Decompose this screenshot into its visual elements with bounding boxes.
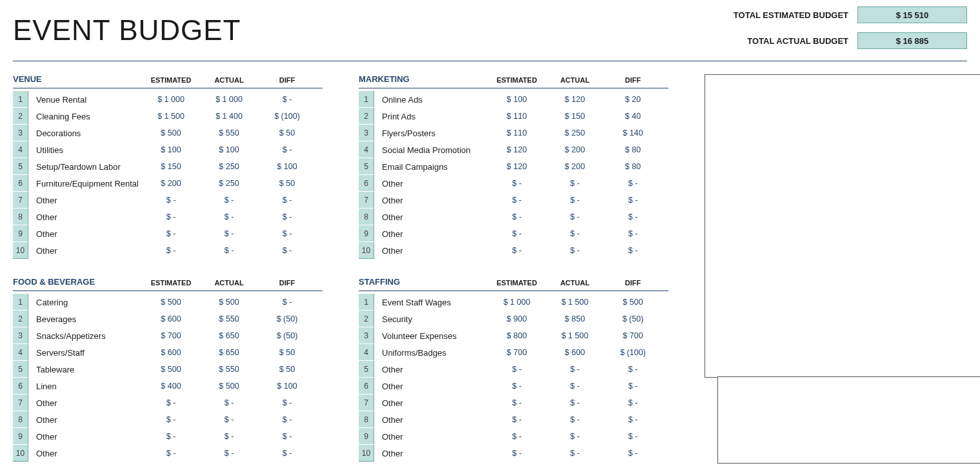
row-diff: $ 50 [258,348,316,357]
row-diff: $ 700 [604,331,662,340]
row-actual: $ - [200,415,258,424]
row-label: Other [36,432,142,442]
row-diff: $ - [604,229,662,238]
row-label: Snacks/Appetizers [36,331,142,341]
row-label: Other [382,229,488,239]
row-estimated: $ 500 [142,298,200,307]
column-actual: ACTUAL [546,279,604,287]
row-estimated: $ 500 [142,128,200,138]
row-diff: $ - [258,246,316,255]
table-row: 7Other$ -$ -$ - [359,192,668,209]
row-label: Other [36,212,142,222]
row-label: Setup/Teardown Labor [36,162,142,172]
row-label: Utilities [36,145,142,155]
row-actual: $ 1 500 [546,331,604,340]
row-number: 3 [13,327,28,344]
section-venue: VENUEESTIMATEDACTUALDIFF1Venue Rental$ 1… [13,74,323,259]
section-title: FOOD & BEVERAGE [13,277,142,287]
table-row: 1Venue Rental$ 1 000$ 1 000$ - [13,91,323,108]
table-row: 2Beverages$ 600$ 550$ (50) [13,311,323,327]
row-diff: $ 20 [604,95,662,104]
row-number: 6 [359,175,374,192]
row-estimated: $ - [488,449,546,458]
row-diff: $ (50) [604,314,662,323]
row-label: Tableware [36,365,142,374]
table-row: 1Catering$ 500$ 500$ - [13,294,323,311]
column-estimated: ESTIMATED [488,76,546,84]
row-label: Other [382,382,488,391]
total-estimated-value: $ 15 510 [857,6,967,23]
row-label: Furniture/Equipment Rental [36,179,142,189]
row-estimated: $ - [142,415,200,424]
row-label: Security [382,314,488,324]
row-diff: $ - [604,449,662,458]
table-row: 8Other$ -$ -$ - [359,209,668,225]
row-label: Other [382,196,488,205]
row-number: 3 [13,125,28,141]
row-number: 9 [359,428,374,445]
row-estimated: $ - [142,212,200,221]
row-number: 6 [359,378,374,394]
table-row: 3Snacks/Appetizers$ 700$ 650$ (50) [13,327,323,344]
row-actual: $ 250 [546,128,604,138]
table-row: 6Linen$ 400$ 500$ 100 [13,378,323,394]
row-diff: $ (100) [258,112,316,121]
row-estimated: $ - [488,229,546,238]
section-marketing: MARKETINGESTIMATEDACTUALDIFF1Online Ads$… [359,74,668,259]
row-number: 2 [13,311,28,327]
row-label: Uniforms/Badges [382,348,488,358]
row-actual: $ - [546,179,604,188]
row-actual: $ 650 [200,348,258,357]
section-title: VENUE [13,74,142,84]
total-actual-label: TOTAL ACTUAL BUDGET [747,36,848,46]
row-label: Other [382,246,488,256]
row-diff: $ 50 [258,365,316,374]
row-label: Other [36,398,142,408]
row-estimated: $ 120 [488,162,546,171]
row-number: 8 [13,209,28,225]
row-label: Other [36,415,142,425]
row-estimated: $ - [488,365,546,374]
row-label: Other [382,449,488,458]
row-actual: $ 200 [546,145,604,154]
row-label: Other [382,365,488,374]
row-number: 1 [13,91,28,108]
row-diff: $ - [604,196,662,205]
row-number: 8 [359,209,374,225]
row-actual: $ 250 [200,179,258,188]
total-estimated-label: TOTAL ESTIMATED BUDGET [734,10,848,20]
row-number: 1 [13,294,28,311]
row-number: 4 [13,344,28,361]
row-estimated: $ - [142,398,200,407]
row-label: Social Media Promotion [382,145,488,155]
column-estimated: ESTIMATED [488,279,546,287]
total-estimated-line: TOTAL ESTIMATED BUDGET $ 15 510 [734,6,967,23]
row-actual: $ 120 [546,95,604,104]
table-row: 9Other$ -$ -$ - [13,428,323,445]
row-estimated: $ - [142,196,200,205]
sections-grid: VENUEESTIMATEDACTUALDIFF1Venue Rental$ 1… [13,74,967,462]
row-diff: $ - [604,398,662,407]
chart-placeholder-area [705,74,967,462]
row-number: 3 [359,327,374,344]
row-estimated: $ 100 [488,95,546,104]
row-actual: $ - [546,449,604,458]
row-estimated: $ - [488,432,546,441]
row-estimated: $ 1 000 [488,298,546,307]
row-label: Online Ads [382,95,488,105]
row-estimated: $ 100 [142,145,200,154]
row-actual: $ 650 [200,331,258,340]
row-diff: $ - [604,432,662,441]
section-header: STAFFINGESTIMATEDACTUALDIFF [359,277,668,291]
row-number: 2 [13,108,28,125]
row-label: Other [36,229,142,239]
totals-block: TOTAL ESTIMATED BUDGET $ 15 510 TOTAL AC… [734,6,967,49]
row-actual: $ 500 [200,382,258,391]
row-actual: $ 1 000 [200,95,258,104]
row-actual: $ 600 [546,348,604,357]
row-actual: $ 1 400 [200,112,258,121]
row-diff: $ - [258,196,316,205]
table-row: 2Print Ads$ 110$ 150$ 40 [359,108,668,125]
row-label: Decorations [36,128,142,138]
row-actual: $ 1 500 [546,298,604,307]
